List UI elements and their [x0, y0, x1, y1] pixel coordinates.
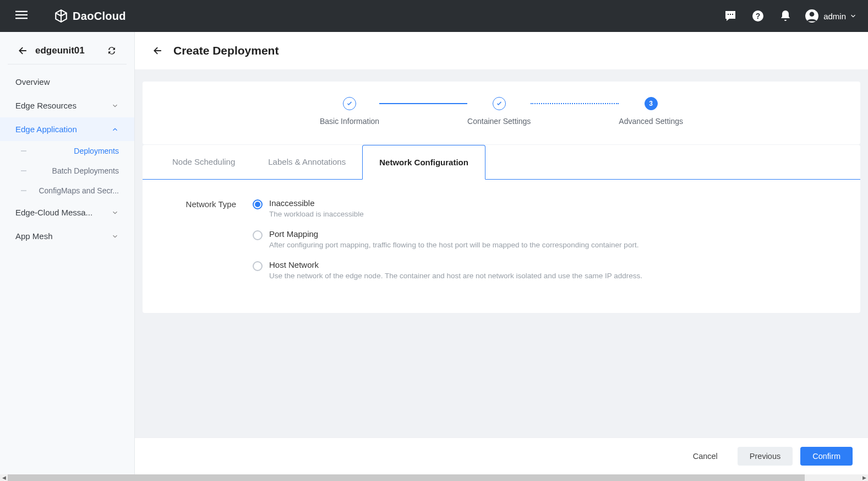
svg-rect-1 — [15, 14, 28, 15]
radio-inaccessible[interactable]: Inaccessible The workload is inaccessibl… — [253, 198, 827, 218]
page-back-button[interactable] — [152, 45, 163, 56]
main: Create Deployment Basic Information — [135, 32, 868, 474]
bell-icon — [779, 9, 792, 23]
svg-point-9 — [810, 12, 815, 17]
sidebar: edgeunit01 Overview Edge Resources Edge … — [0, 32, 135, 474]
tabs: Node Scheduling Labels & Annotations Net… — [143, 145, 860, 180]
top-bar: DaoCloud ? admin — [0, 0, 868, 32]
radio-button-icon — [253, 199, 263, 209]
brand-logo[interactable]: DaoCloud — [54, 9, 126, 23]
check-icon — [496, 100, 503, 107]
step-complete-icon — [493, 97, 506, 110]
sidebar-item-edge-resources[interactable]: Edge Resources — [0, 94, 134, 117]
sidebar-back-button[interactable] — [18, 45, 29, 56]
dash-icon — [21, 190, 26, 191]
svg-rect-3 — [728, 14, 729, 15]
brand-name: DaoCloud — [73, 10, 126, 23]
previous-button[interactable]: Previous — [738, 447, 793, 466]
cube-icon — [54, 9, 68, 23]
help-button[interactable]: ? — [751, 9, 765, 23]
radio-desc: After configuring port mapping, traffic … — [269, 241, 638, 249]
user-menu[interactable]: admin — [805, 9, 857, 23]
sync-button[interactable] — [107, 46, 117, 56]
radio-desc: The workload is inaccessible — [269, 210, 364, 218]
svg-rect-2 — [15, 18, 28, 19]
radio-button-icon — [253, 261, 263, 271]
sidebar-item-configmaps-secrets[interactable]: ConfigMaps and Secr... — [0, 181, 134, 201]
cancel-button[interactable]: Cancel — [681, 447, 730, 466]
confirm-button[interactable]: Confirm — [800, 447, 853, 466]
network-type-radio-group: Inaccessible The workload is inaccessibl… — [253, 198, 827, 280]
tab-labels-annotations[interactable]: Labels & Annotations — [252, 145, 362, 179]
step-current-icon: 3 — [645, 97, 658, 110]
tab-node-scheduling[interactable]: Node Scheduling — [156, 145, 252, 179]
sync-icon — [107, 46, 117, 56]
arrow-left-icon — [152, 45, 163, 56]
chevron-down-icon — [111, 209, 119, 217]
sidebar-item-edge-application[interactable]: Edge Application — [0, 117, 134, 141]
svg-rect-5 — [732, 14, 733, 15]
sidebar-item-deployments[interactable]: Deployments — [0, 141, 134, 161]
page-title: Create Deployment — [173, 44, 279, 57]
sidebar-item-batch-deployments[interactable]: Batch Deployments — [0, 161, 134, 181]
tab-network-configuration[interactable]: Network Configuration — [362, 145, 485, 180]
dash-icon — [21, 170, 26, 171]
tabs-card: Node Scheduling Labels & Annotations Net… — [143, 145, 860, 313]
messages-button[interactable] — [724, 9, 737, 23]
footer-actions: Cancel Previous Confirm — [135, 437, 868, 474]
help-icon: ? — [751, 9, 765, 23]
step-connector — [531, 103, 619, 104]
stepper: Basic Information Container Settings 3 A… — [156, 95, 847, 131]
chevron-down-icon — [111, 102, 119, 110]
radio-desc: Use the network of the edge node. The co… — [269, 272, 642, 280]
radio-title: Inaccessible — [269, 198, 364, 208]
radio-host-network[interactable]: Host Network Use the network of the edge… — [253, 260, 827, 280]
chat-icon — [724, 9, 737, 23]
network-config-form: Network Type Inaccessible The workload i… — [143, 180, 860, 313]
unit-header: edgeunit01 — [8, 37, 127, 64]
network-type-label: Network Type — [176, 198, 236, 209]
radio-button-icon — [253, 230, 263, 240]
svg-rect-4 — [730, 14, 731, 15]
svg-rect-0 — [15, 11, 28, 12]
radio-title: Host Network — [269, 260, 642, 269]
chevron-up-icon — [111, 126, 119, 133]
hamburger-icon — [15, 9, 28, 21]
step-basic-info[interactable]: Basic Information — [320, 97, 379, 126]
stepper-card: Basic Information Container Settings 3 A… — [143, 82, 860, 144]
radio-title: Port Mapping — [269, 229, 638, 239]
step-container-settings[interactable]: Container Settings — [467, 97, 531, 126]
page-header: Create Deployment — [135, 32, 868, 69]
dash-icon — [21, 150, 26, 152]
menu-toggle-button[interactable] — [11, 4, 32, 28]
unit-name: edgeunit01 — [35, 45, 107, 56]
avatar-icon — [805, 9, 819, 23]
notifications-button[interactable] — [779, 9, 792, 23]
step-connector — [379, 103, 467, 104]
nav-list: Overview Edge Resources Edge Application… — [0, 70, 134, 248]
arrow-left-icon — [18, 45, 29, 56]
svg-text:?: ? — [756, 12, 761, 20]
sidebar-item-app-mesh[interactable]: App Mesh — [0, 224, 134, 248]
step-advanced-settings[interactable]: 3 Advanced Settings — [619, 97, 683, 126]
sidebar-item-edge-cloud-messaging[interactable]: Edge-Cloud Messa... — [0, 201, 134, 224]
step-complete-icon — [343, 97, 356, 110]
user-name: admin — [823, 12, 846, 21]
sidebar-item-overview[interactable]: Overview — [0, 70, 134, 94]
chevron-down-icon — [849, 12, 857, 20]
check-icon — [346, 100, 353, 107]
radio-port-mapping[interactable]: Port Mapping After configuring port mapp… — [253, 229, 827, 249]
chevron-down-icon — [111, 233, 119, 240]
